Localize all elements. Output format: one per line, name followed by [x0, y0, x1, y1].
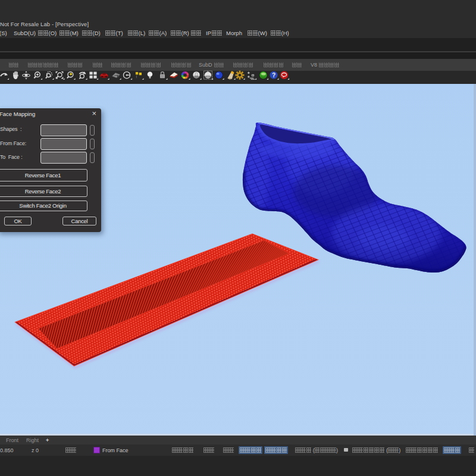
svg-text:?: ?	[272, 72, 275, 79]
